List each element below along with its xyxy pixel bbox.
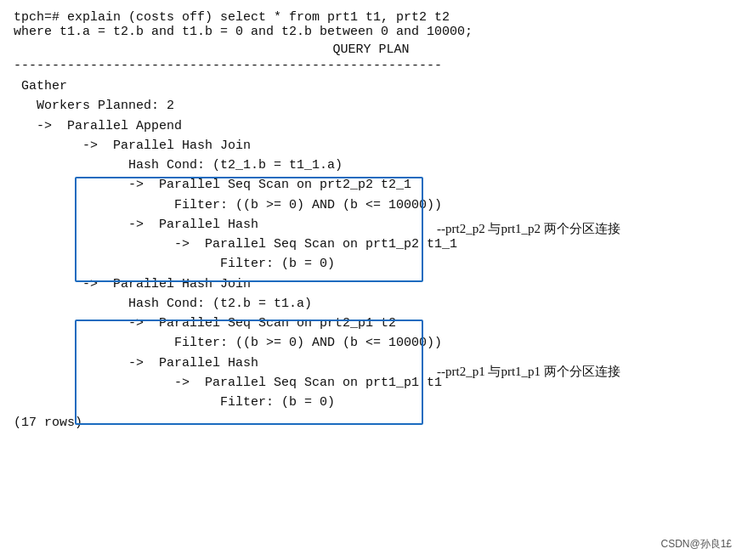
plan-line: -> Parallel Seq Scan on prt2_p2 t2_1 xyxy=(14,175,728,195)
plan-line: -> Parallel Seq Scan on prt2_p1 t2 xyxy=(14,314,728,333)
plan-line: -> Parallel Seq Scan on prt1_p2 t1_1 xyxy=(14,235,728,254)
plan-line: Gather xyxy=(14,76,728,96)
plan-line: Filter: (b = 0) xyxy=(14,393,728,412)
plan-line: Hash Cond: (t2.b = t1.a) xyxy=(14,294,728,314)
plan-line: -> Parallel Hash Join xyxy=(14,274,728,294)
query-header: tpch=# explain (costs off) select * from… xyxy=(14,10,728,39)
rows-line: (17 rows) xyxy=(14,416,728,430)
plan-line: Hash Cond: (t2_1.b = t1_1.a) xyxy=(14,156,728,175)
plan-line: -> Parallel Hash xyxy=(14,354,728,373)
plan-line: -> Parallel Seq Scan on prt1_p1 t1 xyxy=(14,373,728,393)
plan-block: Gather Workers Planned: 2 -> Parallel Ap… xyxy=(14,76,728,412)
plan-line: Filter: (b = 0) xyxy=(14,254,728,274)
plan-line: Filter: ((b >= 0) AND (b <= 10000)) xyxy=(14,195,728,215)
annotation-box2: --prt2_p1 与prt1_p1 两个分区连接 xyxy=(437,364,620,380)
watermark: CSDN@孙良1£ xyxy=(660,537,732,552)
divider: ----------------------------------------… xyxy=(14,59,728,73)
section-title: QUERY PLAN xyxy=(14,42,728,57)
plan-line: -> Parallel Hash xyxy=(14,215,728,235)
plan-line: -> Parallel Append xyxy=(14,116,728,136)
plan-line: Workers Planned: 2 xyxy=(14,96,728,116)
query-line-2: where t1.a = t2.b and t1.b = 0 and t2.b … xyxy=(14,25,728,39)
plan-lines: Gather Workers Planned: 2 -> Parallel Ap… xyxy=(14,76,728,412)
plan-line: Filter: ((b >= 0) AND (b <= 10000)) xyxy=(14,333,728,353)
plan-line: -> Parallel Hash Join xyxy=(14,136,728,156)
query-line-1: tpch=# explain (costs off) select * from… xyxy=(14,10,728,25)
annotation-box1: --prt2_p2 与prt1_p2 两个分区连接 xyxy=(437,221,620,237)
